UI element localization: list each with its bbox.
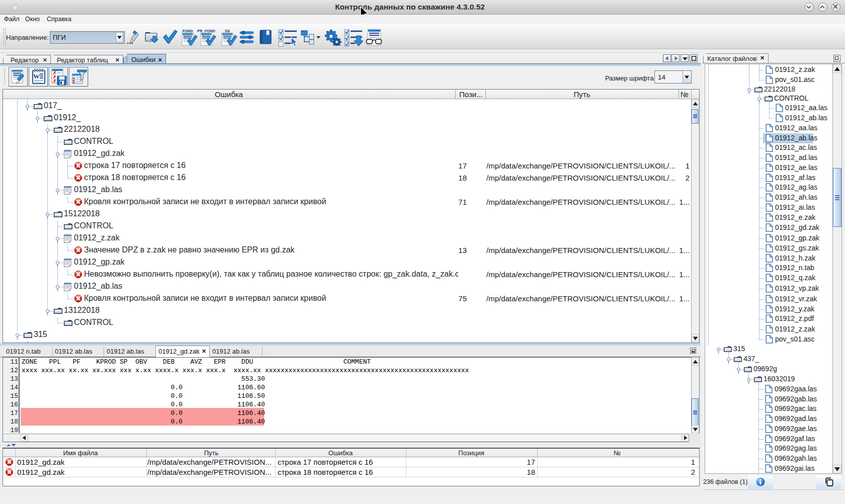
- svg-text:✗: ✗: [53, 78, 57, 83]
- svg-text:W: W: [33, 72, 40, 80]
